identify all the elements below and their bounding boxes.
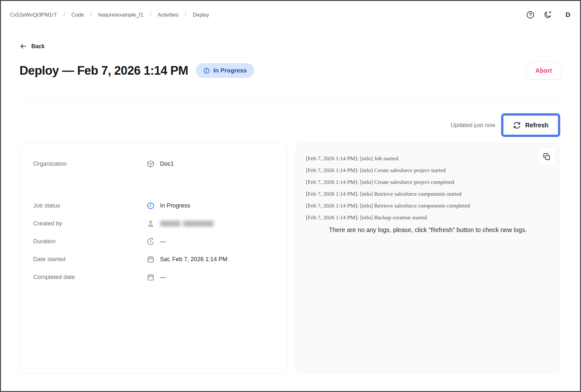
log-line: [Feb 7, 2026 1:14 PM]: [info] Retrieve s… bbox=[306, 200, 550, 212]
refresh-highlight-box: Refresh bbox=[501, 113, 560, 137]
job-status-label: Job status bbox=[33, 202, 147, 209]
refresh-label: Refresh bbox=[525, 122, 548, 129]
header-divider bbox=[19, 99, 562, 99]
clock-icon bbox=[147, 202, 155, 210]
detail-row-created-by: Created by bbox=[33, 215, 275, 232]
page-head: Back Deploy — Feb 7, 2026 1:14 PM In Pro… bbox=[1, 40, 580, 99]
organization-value: Doc1 bbox=[160, 160, 174, 167]
help-button[interactable] bbox=[526, 10, 535, 19]
log-line: [Feb 7, 2026 1:14 PM]: [info] Retrieve s… bbox=[306, 188, 550, 200]
detail-row-completed-date: Completed date — bbox=[33, 268, 275, 286]
page-title: Deploy — Feb 7, 2026 1:14 PM bbox=[19, 64, 188, 78]
updated-status-text: Updated just now bbox=[451, 122, 495, 129]
breadcrumb-item-project[interactable]: Cx52eWvQt3PM1rT bbox=[10, 12, 57, 18]
breadcrumb-item-code[interactable]: Code bbox=[71, 12, 84, 18]
date-started-label: Date started bbox=[33, 256, 147, 263]
person-icon bbox=[147, 220, 155, 228]
app-window: Cx52eWvQt3PM1rT / Code / feature/example… bbox=[0, 0, 581, 392]
date-started-value: Sat, Feb 7, 2026 1:14 PM bbox=[160, 256, 227, 263]
detail-row-date-started: Date started Sat, Feb 7, 2026 1:14 PM bbox=[33, 250, 275, 268]
refresh-toolbar: Updated just now Refresh bbox=[21, 112, 560, 138]
detail-row-organization: Organization Doc1 bbox=[33, 156, 275, 172]
back-label: Back bbox=[31, 43, 45, 50]
breadcrumb-separator: / bbox=[150, 11, 151, 18]
status-badge: In Progress bbox=[196, 63, 254, 78]
topbar-actions: D bbox=[526, 7, 576, 22]
abort-button[interactable]: Abort bbox=[526, 62, 562, 79]
avatar[interactable]: D bbox=[560, 7, 576, 22]
breadcrumb-separator: / bbox=[90, 11, 92, 18]
refresh-icon bbox=[513, 121, 521, 129]
log-line: [Feb 7, 2026 1:14 PM]: [info] Create sal… bbox=[306, 164, 550, 176]
arrow-left-icon bbox=[19, 42, 27, 50]
refresh-button[interactable]: Refresh bbox=[504, 116, 557, 134]
detail-row-job-status: Job status In Progress bbox=[33, 197, 275, 215]
breadcrumb-item-branch[interactable]: feature/example_f1 bbox=[98, 12, 143, 18]
breadcrumb: Cx52eWvQt3PM1rT / Code / feature/example… bbox=[10, 11, 209, 18]
created-by-label: Created by bbox=[33, 220, 147, 227]
main-content: Updated just now Refresh bbox=[1, 112, 580, 373]
completed-date-label: Completed date bbox=[33, 274, 147, 281]
job-log-panel: [Feb 7, 2026 1:14 PM]: [info] Job starte… bbox=[295, 143, 560, 373]
dark-mode-toggle[interactable] bbox=[543, 10, 552, 19]
duration-value: — bbox=[160, 238, 166, 245]
duration-label: Duration bbox=[33, 238, 147, 245]
calendar-icon bbox=[147, 273, 155, 281]
detail-row-duration: Duration — bbox=[33, 232, 275, 250]
breadcrumb-item-activities[interactable]: Activities bbox=[158, 12, 179, 18]
calendar-icon bbox=[147, 255, 155, 263]
log-line: [Feb 7, 2026 1:14 PM]: [info] Job starte… bbox=[306, 153, 550, 164]
copy-icon bbox=[543, 153, 551, 161]
package-icon bbox=[147, 160, 155, 168]
copy-logs-button[interactable] bbox=[537, 147, 556, 166]
breadcrumb-item-deploy[interactable]: Deploy bbox=[193, 12, 209, 18]
status-badge-label: In Progress bbox=[213, 67, 247, 74]
timer-icon bbox=[147, 237, 155, 245]
clock-icon bbox=[203, 67, 210, 74]
breadcrumb-separator: / bbox=[185, 11, 187, 18]
back-button[interactable]: Back bbox=[19, 42, 45, 50]
help-circle-icon bbox=[526, 11, 535, 19]
breadcrumb-separator: / bbox=[64, 11, 65, 18]
organization-label: Organization bbox=[33, 160, 147, 167]
log-line: [Feb 7, 2026 1:14 PM]: [info] Create sal… bbox=[306, 176, 550, 188]
avatar-initial: D bbox=[565, 11, 570, 19]
job-details-card: Organization Doc1 bbox=[21, 143, 287, 373]
topbar: Cx52eWvQt3PM1rT / Code / feature/example… bbox=[1, 1, 580, 28]
created-by-redacted-value bbox=[160, 221, 214, 227]
moon-plus-icon bbox=[543, 11, 552, 19]
log-line: [Feb 7, 2026 1:14 PM]: [info] Backup cre… bbox=[306, 212, 550, 223]
no-logs-message: There are no any logs, please, click "Re… bbox=[306, 224, 550, 236]
completed-date-value: — bbox=[160, 274, 166, 281]
job-status-value: In Progress bbox=[160, 202, 190, 209]
